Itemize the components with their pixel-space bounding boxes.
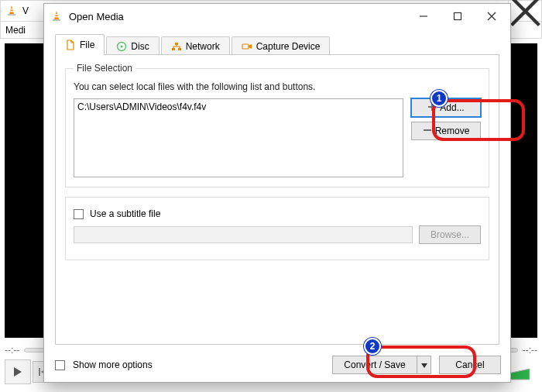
vlc-title-truncated: V [22,5,29,16]
vlc-time-elapsed: --:-- [5,345,19,356]
file-selection-hint: You can select local files with the foll… [74,81,481,92]
dialog-titlebar: Open Media [44,4,510,29]
show-more-options-checkbox[interactable] [55,360,65,370]
vlc-time-total: --:-- [523,345,537,356]
svg-point-19 [121,45,123,47]
tab-file-label: File [80,40,94,50]
svg-rect-22 [175,43,178,45]
vlc-cone-icon [5,5,18,17]
use-subtitle-label: Use a subtitle file [90,208,160,219]
tab-file-page: File Selection You can select local file… [55,55,499,345]
svg-rect-2 [10,9,13,9]
file-icon [65,40,76,50]
open-media-dialog: Open Media File Disc Network Capture Dev… [43,3,511,383]
window-minimize-button[interactable] [406,5,441,28]
disc-icon [116,41,127,52]
vlc-menu-media[interactable]: Medi [5,25,26,36]
subtitle-path-field [74,226,413,243]
browse-subtitle-button: Browse... [419,225,481,244]
window-close-button[interactable] [475,5,509,28]
tab-disc-label: Disc [131,41,149,52]
show-more-options-label: Show more options [73,359,153,370]
svg-rect-14 [55,14,58,15]
tab-network[interactable]: Network [161,36,230,55]
svg-rect-13 [53,19,60,21]
convert-save-label: Convert / Save [344,359,405,370]
svg-marker-28 [421,363,427,368]
tab-disc[interactable]: Disc [106,36,159,55]
svg-marker-0 [9,5,14,14]
add-button-label: Add... [440,102,464,113]
svg-rect-15 [55,16,59,17]
network-icon [171,41,182,52]
convert-save-dropdown[interactable] [417,356,431,374]
convert-save-splitbutton[interactable]: Convert / Save [332,356,431,374]
remove-button[interactable]: Remove [411,122,481,140]
svg-rect-1 [8,14,15,15]
svg-marker-24 [249,44,252,49]
cancel-button[interactable]: Cancel [439,356,501,374]
browse-subtitle-label: Browse... [431,229,469,240]
svg-marker-12 [54,11,59,19]
bg-window-close-button[interactable] [508,0,542,22]
capture-icon [242,41,252,52]
vlc-cone-icon [50,10,63,22]
tab-capture[interactable]: Capture Device [232,36,331,55]
svg-rect-23 [242,44,249,49]
remove-button-label: Remove [435,126,470,136]
add-button[interactable]: Add... [411,98,481,117]
cancel-button-label: Cancel [455,359,484,370]
tab-network-label: Network [186,41,220,52]
convert-save-button[interactable]: Convert / Save [332,356,417,374]
window-maximize-button[interactable] [441,5,475,28]
file-list[interactable]: C:\Users\ADMIN\Videos\f4v.f4v [74,98,403,177]
file-selection-legend: File Selection [74,63,136,74]
plus-icon [427,102,437,114]
chevron-down-icon [421,359,427,370]
vlc-play-button[interactable] [5,359,31,384]
svg-marker-4 [14,367,22,377]
svg-rect-17 [455,13,461,20]
subtitle-group: Use a subtitle file Browse... [65,197,489,260]
dialog-title: Open Media [69,11,406,22]
tab-file[interactable]: File [55,34,105,55]
minus-icon [423,126,432,137]
svg-rect-21 [178,48,181,50]
use-subtitle-checkbox[interactable] [74,209,84,219]
svg-rect-5 [39,368,40,376]
file-selection-group: File Selection You can select local file… [65,63,489,187]
tab-capture-label: Capture Device [256,41,321,52]
svg-rect-3 [10,11,14,12]
dialog-footer: Show more options Convert / Save Cancel [44,351,510,382]
svg-rect-20 [172,48,175,50]
file-list-item[interactable]: C:\Users\ADMIN\Videos\f4v.f4v [77,101,400,113]
tabstrip: File Disc Network Capture Device [55,33,499,55]
